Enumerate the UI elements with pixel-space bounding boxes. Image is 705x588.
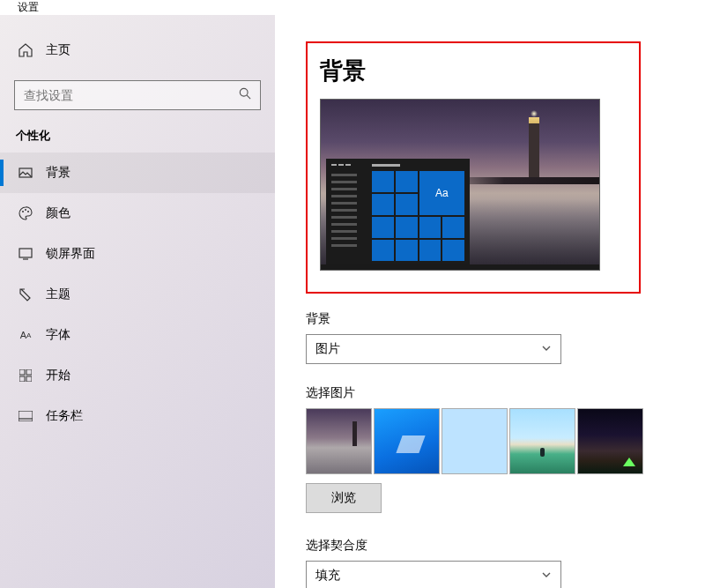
- svg-rect-10: [19, 376, 25, 382]
- preview-sample-tile: Aa: [419, 171, 465, 215]
- search-container: [0, 68, 275, 110]
- svg-rect-11: [26, 376, 32, 382]
- preview-taskbar: [321, 264, 599, 270]
- sidebar-item-home[interactable]: 主页: [0, 33, 275, 68]
- background-type-dropdown[interactable]: 图片: [306, 334, 561, 364]
- preview-wallpaper-detail: [529, 117, 539, 179]
- preview-startmenu: Aa: [326, 159, 470, 264]
- sidebar-item-lockscreen[interactable]: 锁屏界面: [0, 234, 275, 274]
- search-input-wrapper[interactable]: [14, 80, 261, 110]
- category-header: 个性化: [0, 110, 275, 153]
- svg-line-1: [247, 95, 250, 99]
- browse-button[interactable]: 浏览: [306, 483, 382, 513]
- sidebar-item-label: 任务栏: [46, 408, 83, 424]
- svg-rect-12: [19, 411, 33, 421]
- window-title: 设置: [0, 0, 705, 15]
- theme-icon: [18, 287, 33, 301]
- background-section-label: 背景: [306, 311, 705, 327]
- sidebar-item-colors[interactable]: 颜色: [0, 193, 275, 234]
- fit-section-label: 选择契合度: [306, 538, 705, 554]
- sidebar-item-label: 开始: [46, 368, 70, 383]
- image-thumbnails: [306, 408, 705, 474]
- sidebar-item-background[interactable]: 背景: [0, 153, 275, 193]
- desktop-preview: Aa: [320, 99, 600, 271]
- sidebar-nav: 背景 颜色 锁屏界面 主题 AA: [0, 153, 275, 436]
- thumbnail-option[interactable]: [306, 408, 372, 474]
- thumbnail-option[interactable]: [374, 408, 440, 474]
- dropdown-value: 图片: [315, 341, 340, 357]
- svg-point-5: [27, 211, 29, 212]
- chevron-down-icon: [541, 342, 552, 356]
- page-title: 背景: [320, 56, 607, 86]
- sidebar-item-label: 主题: [46, 287, 70, 302]
- svg-rect-6: [19, 249, 32, 257]
- font-icon: AA: [18, 330, 33, 340]
- sidebar-item-start[interactable]: 开始: [0, 355, 275, 396]
- svg-point-3: [22, 211, 24, 212]
- home-icon: [18, 43, 33, 57]
- taskbar-icon: [18, 411, 33, 421]
- svg-rect-8: [19, 369, 25, 375]
- picture-icon: [18, 166, 33, 180]
- svg-point-0: [240, 88, 248, 96]
- sidebar-item-themes[interactable]: 主题: [0, 274, 275, 315]
- preview-highlight-box: 背景 Aa: [306, 41, 641, 294]
- sidebar-item-label: 主页: [46, 42, 70, 58]
- search-icon: [239, 87, 251, 103]
- main-content: 背景 Aa: [275, 15, 705, 588]
- svg-rect-9: [26, 369, 32, 375]
- sidebar-item-fonts[interactable]: AA 字体: [0, 315, 275, 355]
- window-title-text: 设置: [18, 0, 39, 15]
- chevron-down-icon: [541, 569, 552, 583]
- sidebar-item-label: 背景: [46, 165, 70, 181]
- sidebar-item-label: 颜色: [46, 205, 70, 221]
- sidebar: 主页 个性化 背景 颜色: [0, 15, 275, 588]
- sidebar-item-label: 字体: [46, 327, 70, 343]
- thumbnail-option[interactable]: [509, 408, 575, 474]
- search-input[interactable]: [24, 88, 217, 102]
- start-icon: [18, 369, 33, 382]
- sidebar-item-taskbar[interactable]: 任务栏: [0, 396, 275, 436]
- thumbnail-option[interactable]: [577, 408, 643, 474]
- sidebar-item-label: 锁屏界面: [46, 246, 95, 262]
- lockscreen-icon: [18, 247, 33, 261]
- fit-dropdown[interactable]: 填充: [306, 561, 561, 588]
- dropdown-value: 填充: [315, 568, 340, 584]
- thumbnail-option[interactable]: [442, 408, 508, 474]
- svg-point-4: [25, 209, 26, 211]
- palette-icon: [18, 206, 33, 220]
- choose-image-label: 选择图片: [306, 385, 705, 401]
